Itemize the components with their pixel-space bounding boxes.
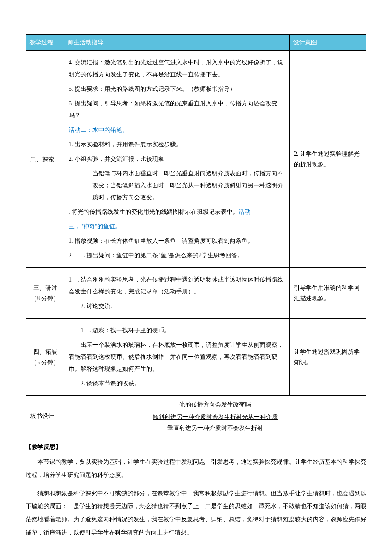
board-line: 倾斜射进另一种介质时会发生折射光从一种介质 [69,412,362,422]
text-line: 6. 提出疑问，引导思考：如果将激光笔的光束垂直射入水中，传播方向还会改变吗？ [69,98,285,122]
text-segment: 垂直射进另一种介质时不会发生折射 [167,425,263,431]
stage-extend: 四、拓展（5 分钟） [26,319,64,396]
text-segment: 1 [69,276,72,283]
stage-board: 板书设计 [26,396,64,437]
table-row: 四、拓展（5 分钟） 1 . 游戏：找一找杯子里的硬币。 出示一个装满水的玻璃杯… [26,319,366,396]
text-segment: . 游戏：找一找杯子里的硬币。 [89,327,170,334]
table-row: 二、探索 4. 交流汇报：激光笔射出的光透过空气进入水中时，射入水中的光线好像折… [26,51,366,268]
text-line: 2. 谈谈本节课的收获。 [69,378,285,389]
activity-title: 活动二：水中的铅笔。 [69,124,285,136]
reflection-heading: 【教学反思】 [26,442,366,452]
text-segment: . 提出疑问：鱼缸中的第二条"鱼"是怎么来的?学生思考回答。 [84,252,243,259]
explore-content: 4. 交流汇报：激光笔射出的光透过空气进入水中时，射入水中的光线好像折了，说明光… [64,51,290,268]
text-line: . 将光的传播路线发生的变化用光的线路图标示在班级记录表中。活动 [69,206,285,218]
activity-title: 三，"神奇"的鱼缸。 [69,221,285,232]
text-segment: . 结合刚刚的实验思考，光在传播过程中遇到透明物体或半透明物体时传播路线会发生什… [69,276,283,295]
text-line: 1. 播放视频：在长方体鱼缸里放入一条鱼，调整角度可以看到两条鱼。 [69,235,285,247]
stage-discuss: 三、研讨（8 分钟） [26,268,64,319]
text-line: 2. 小组实验，并交流汇报，比较现象： [69,153,285,165]
text-line: 1 . 结合刚刚的实验思考，光在传播过程中遇到透明物体或半透明物体时传播路线会发… [69,274,285,298]
table-row: 三、研讨（8 分钟） 1 . 结合刚刚的实验思考，光在传播过程中遇到透明物体或半… [26,268,366,319]
text-segment: 1 [81,327,84,334]
text-line: 1 . 游戏：找一找杯子里的硬币。 [69,325,285,337]
board-title: 光的传播方向会发生改变吗 [69,399,362,410]
text-line: 出示一个装满水的玻璃杯，在杯底放一枚硬币，调整角度让学生从侧面观察，看能否看到这… [69,339,285,375]
reflection-paragraph: 猜想和想象是科学探究中不可或缺的部分，在课堂教学中，我常积极鼓励学生进行猜想。但… [26,487,366,540]
reflection-paragraph: 本节课的教学，要以实验为基础，让学生在实验过程中发现问题，引发思考，通过实验探究… [26,456,366,482]
extend-intent: 让学生通过游戏巩固所学知识。 [290,319,366,396]
discuss-content: 1 . 结合刚刚的实验思考，光在传播过程中遇到透明物体或半透明物体时传播路线会发… [64,268,290,319]
header-activity: 师生活动指导 [64,35,290,51]
board-content: 光的传播方向会发生改变吗 倾斜射进另一种介质时会发生折射光从一种介质 垂直射进另… [64,396,366,437]
explore-intent: 2. 让学生通过实验理解光的折射现象。 [290,51,366,268]
text-line: 2. 讨论交流. [69,300,285,312]
text-line: 5. 提出要求：用光的路线图的方式记录下来。（教师板书指导） [69,83,285,95]
text-line: 2 . 提出疑问：鱼缸中的第二条"鱼"是怎么来的?学生思考回答。 [69,250,285,262]
text-line: 1. 出示实验材料，并用课件展示实验步骤。 [69,139,285,151]
text-line: 4. 交流汇报：激光笔射出的光透过空气进入水中时，射入水中的光线好像折了，说明光… [69,57,285,81]
text-segment: 2 [69,252,72,259]
extend-content: 1 . 游戏：找一找杯子里的硬币。 出示一个装满水的玻璃杯，在杯底放一枚硬币，调… [64,319,290,396]
text-line: 当铅笔与杯内水面垂直时，即当光垂直射向透明介质表面时，传播方向不改变；当铅笔斜插… [69,168,285,203]
activity-title-inline: 活动 [239,209,251,215]
header-intent: 设计意图 [290,35,366,51]
text-segment: 倾斜射进另一种介质时会发生折射光从一种介质 [153,412,278,422]
discuss-intent: 引导学生用准确的科学词汇描述现象。 [290,268,366,319]
header-process: 教学过程 [26,35,64,51]
stage-explore: 二、探索 [26,51,64,268]
lesson-table: 教学过程 师生活动指导 设计意图 二、探索 4. 交流汇报：激光笔射出的光透过空… [26,34,366,437]
text-segment: . 将光的传播路线发生的变化用光的线路图标示在班级记录表中。 [69,209,239,215]
table-row: 板书设计 光的传播方向会发生改变吗 倾斜射进另一种介质时会发生折射光从一种介质 … [26,396,366,437]
board-line: 垂直射进另一种介质时不会发生折射 [69,423,362,433]
